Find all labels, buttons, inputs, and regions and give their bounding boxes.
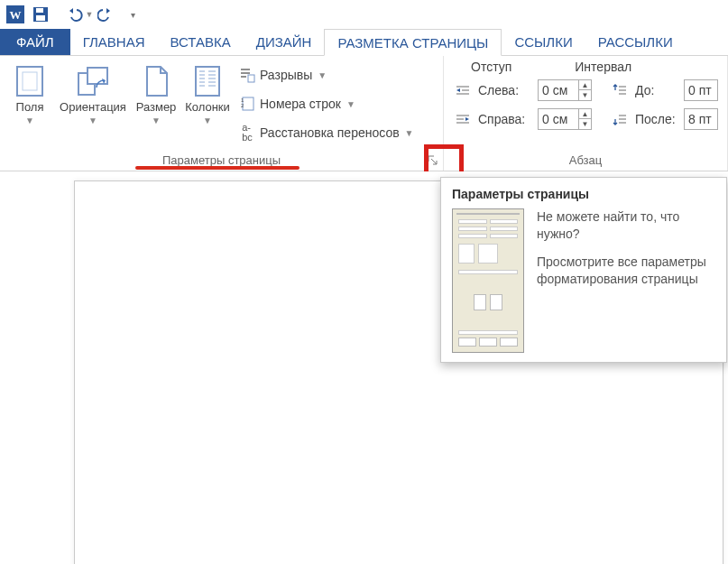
chevron-down-icon: ▼ <box>346 99 355 109</box>
tab-design[interactable]: ДИЗАЙН <box>244 29 325 55</box>
line-numbers-icon: 12 <box>238 95 256 113</box>
chevron-down-icon: ▼ <box>318 70 327 80</box>
tab-home[interactable]: ГЛАВНАЯ <box>70 29 158 55</box>
tab-mailings[interactable]: РАССЫЛКИ <box>585 29 686 55</box>
tooltip-title: Параметры страницы <box>452 187 715 201</box>
tooltip-text: Не можете найти то, что нужно? Просмотри… <box>537 208 715 353</box>
spacing-after-icon <box>610 109 630 129</box>
svg-rect-20 <box>248 75 254 82</box>
size-label: Размер <box>136 101 177 114</box>
orientation-button[interactable]: Ориентация ▼ <box>54 60 132 149</box>
spin-down[interactable]: ▼ <box>578 119 591 129</box>
spacing-after-spinner[interactable] <box>684 108 718 130</box>
columns-label: Колонки <box>185 101 230 114</box>
svg-rect-5 <box>17 67 42 96</box>
quick-access-toolbar: W ▼ ▾ <box>0 0 728 29</box>
spacing-after-label: После: <box>635 112 678 126</box>
columns-button[interactable]: Колонки ▼ <box>180 60 235 149</box>
hyphenation-icon: a-bc <box>238 124 256 142</box>
spacing-after-input[interactable] <box>685 112 717 126</box>
svg-text:W: W <box>10 8 22 22</box>
size-button[interactable]: Размер ▼ <box>132 60 180 149</box>
hyphenation-button[interactable]: a-bc Расстановка переносов ▼ <box>238 121 414 144</box>
spin-up[interactable]: ▲ <box>578 109 591 119</box>
chevron-down-icon: ▼ <box>152 116 161 125</box>
indent-right-input[interactable] <box>539 112 578 126</box>
spacing-before-icon <box>610 80 630 100</box>
ribbon: Поля ▼ Ориентация ▼ <box>0 56 728 171</box>
indent-left-input[interactable] <box>539 83 578 97</box>
line-numbers-button[interactable]: 12 Номера строк ▼ <box>238 92 414 116</box>
group-page-setup: Поля ▼ Ориентация ▼ <box>0 56 444 171</box>
group-paragraph: Отступ Интервал Слева: ▲▼ <box>444 56 728 171</box>
spacing-before-spinner[interactable] <box>684 79 718 101</box>
chevron-down-icon: ▼ <box>405 128 414 138</box>
chevron-down-icon: ▼ <box>88 116 97 125</box>
svg-rect-9 <box>196 67 219 96</box>
columns-icon <box>193 63 222 99</box>
spacing-before-label: До: <box>635 83 678 97</box>
margins-button[interactable]: Поля ▼ <box>5 60 54 149</box>
redo-button[interactable] <box>96 3 119 26</box>
save-button[interactable] <box>29 3 52 26</box>
page-setup-tooltip: Параметры страницы Не можете найти то, ч… <box>440 177 727 363</box>
tab-file[interactable]: ФАЙЛ <box>0 29 70 55</box>
line-numbers-label: Номера строк <box>260 97 341 111</box>
margins-label: Поля <box>16 101 44 114</box>
breaks-button[interactable]: Разрывы ▼ <box>238 63 414 87</box>
svg-rect-3 <box>36 8 43 13</box>
indent-left-icon <box>453 80 473 100</box>
indent-right-label: Справа: <box>478 112 532 126</box>
group-paragraph-title: Абзац <box>444 149 727 171</box>
breaks-label: Разрывы <box>260 68 312 82</box>
tab-page-layout[interactable]: РАЗМЕТКА СТРАНИЦЫ <box>324 29 502 56</box>
hyphenation-label: Расстановка переносов <box>260 125 400 140</box>
margins-icon <box>14 63 45 99</box>
size-icon <box>143 63 170 99</box>
spacing-header: Интервал <box>575 60 631 74</box>
tab-references[interactable]: ССЫЛКИ <box>502 29 585 55</box>
indent-right-icon <box>453 109 473 129</box>
indent-header: Отступ <box>471 60 511 74</box>
tooltip-thumbnail <box>452 208 524 353</box>
annotation-underline <box>135 166 299 170</box>
indent-right-spinner[interactable]: ▲▼ <box>538 108 592 130</box>
spacing-before-input[interactable] <box>685 83 717 97</box>
word-app-icon: W <box>4 3 27 26</box>
chevron-down-icon: ▼ <box>203 116 212 125</box>
indent-left-spinner[interactable]: ▲▼ <box>538 79 592 101</box>
orientation-label: Ориентация <box>60 101 126 114</box>
breaks-icon <box>238 66 256 84</box>
tab-insert[interactable]: ВСТАВКА <box>158 29 244 55</box>
spin-up[interactable]: ▲ <box>578 80 591 90</box>
chevron-down-icon: ▼ <box>25 116 34 125</box>
indent-left-label: Слева: <box>478 83 532 97</box>
qat-customize-button[interactable]: ▾ <box>121 3 144 26</box>
ribbon-tabs: ФАЙЛ ГЛАВНАЯ ВСТАВКА ДИЗАЙН РАЗМЕТКА СТР… <box>0 29 728 56</box>
orientation-icon <box>75 63 111 99</box>
svg-rect-4 <box>36 15 45 21</box>
spin-down[interactable]: ▼ <box>578 90 591 100</box>
svg-rect-21 <box>243 97 253 110</box>
undo-button[interactable]: ▼ <box>63 3 94 26</box>
